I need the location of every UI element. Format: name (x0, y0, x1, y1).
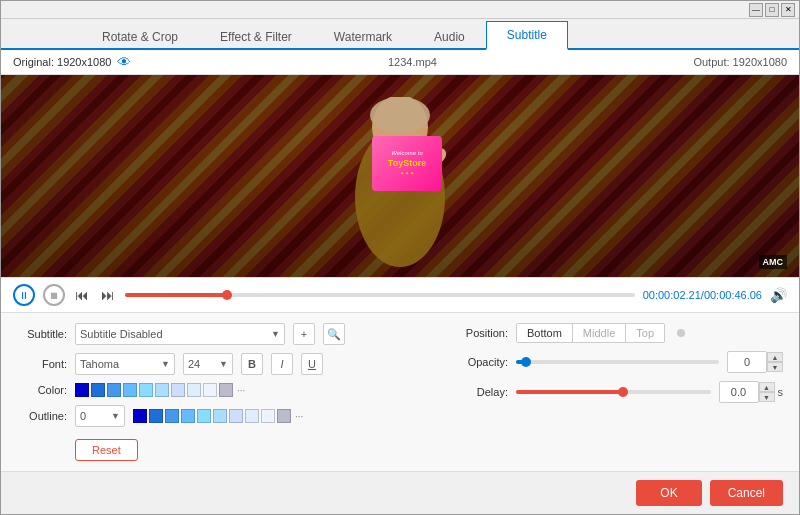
outline-swatch-3[interactable] (165, 409, 179, 423)
original-info: Original: 1920x1080 👁 (13, 54, 131, 70)
subtitle-dropdown[interactable]: Subtitle Disabled ▼ (75, 323, 285, 345)
color-swatch-8[interactable] (187, 383, 201, 397)
fontsize-dropdown[interactable]: 24 ▼ (183, 353, 233, 375)
outline-more-button[interactable]: ··· (295, 411, 303, 422)
delay-fill (516, 390, 623, 394)
pos-bottom-button[interactable]: Bottom (517, 324, 573, 342)
close-button[interactable]: ✕ (781, 3, 795, 17)
tab-bar: Rotate & Crop Effect & Filter Watermark … (1, 19, 799, 50)
color-swatch-2[interactable] (91, 383, 105, 397)
font-dropdown-arrow: ▼ (161, 359, 170, 369)
font-dropdown[interactable]: Tahoma ▼ (75, 353, 175, 375)
color-swatch-6[interactable] (155, 383, 169, 397)
outline-swatch-7[interactable] (229, 409, 243, 423)
outline-swatch-9[interactable] (261, 409, 275, 423)
opacity-up-button[interactable]: ▲ (767, 352, 783, 362)
position-indicator (677, 329, 685, 337)
font-label: Font: (17, 358, 67, 370)
ok-button[interactable]: OK (636, 480, 701, 506)
original-resolution: Original: 1920x1080 (13, 56, 111, 68)
color-row: Color: ··· (17, 383, 413, 397)
add-subtitle-button[interactable]: + (293, 323, 315, 345)
tab-watermark[interactable]: Watermark (313, 23, 413, 50)
outline-swatch-8[interactable] (245, 409, 259, 423)
color-swatch-4[interactable] (123, 383, 137, 397)
stop-button[interactable]: ⏹ (43, 284, 65, 306)
subtitle-label: Subtitle: (17, 328, 67, 340)
position-group: Bottom Middle Top (516, 323, 665, 343)
volume-icon[interactable]: 🔊 (770, 287, 787, 303)
next-button[interactable]: ⏭ (99, 285, 117, 305)
color-swatch-5[interactable] (139, 383, 153, 397)
opacity-down-button[interactable]: ▼ (767, 362, 783, 372)
outline-swatch-10[interactable] (277, 409, 291, 423)
color-more-button[interactable]: ··· (237, 385, 245, 396)
color-swatch-10[interactable] (219, 383, 233, 397)
tab-subtitle[interactable]: Subtitle (486, 21, 568, 50)
pause-button[interactable]: ⏸ (13, 284, 35, 306)
cancel-button[interactable]: Cancel (710, 480, 783, 506)
progress-thumb (222, 290, 232, 300)
outline-dropdown[interactable]: 0 ▼ (75, 405, 125, 427)
outline-value: 0 (80, 410, 86, 422)
opacity-thumb (521, 357, 531, 367)
delay-input[interactable] (719, 381, 759, 403)
outline-swatch-6[interactable] (213, 409, 227, 423)
position-row: Position: Bottom Middle Top (453, 323, 783, 343)
italic-button[interactable]: I (271, 353, 293, 375)
output-resolution: Output: 1920x1080 (693, 56, 787, 68)
filename-label: 1234.mp4 (131, 56, 693, 68)
underline-button[interactable]: U (301, 353, 323, 375)
delay-slider[interactable] (516, 390, 711, 394)
prev-button[interactable]: ⏮ (73, 285, 91, 305)
color-label: Color: (17, 384, 67, 396)
welcome-text: Welcome to (391, 150, 423, 156)
video-area: Welcome to ToyStore ✦ ✦ ✦ AMC (1, 75, 799, 277)
info-bar: Original: 1920x1080 👁 1234.mp4 Output: 1… (1, 50, 799, 75)
time-display: 00:00:02.21/00:00:46.06 (643, 289, 762, 301)
eye-icon[interactable]: 👁 (117, 54, 131, 70)
position-label: Position: (453, 327, 508, 339)
color-swatch-7[interactable] (171, 383, 185, 397)
amc-badge: AMC (759, 255, 788, 269)
bold-button[interactable]: B (241, 353, 263, 375)
search-subtitle-button[interactable]: 🔍 (323, 323, 345, 345)
subtitle-row: Subtitle: Subtitle Disabled ▼ + 🔍 (17, 323, 413, 345)
progress-bar[interactable] (125, 293, 635, 297)
pos-middle-button[interactable]: Middle (573, 324, 626, 342)
color-swatches: ··· (75, 383, 245, 397)
tab-effect[interactable]: Effect & Filter (199, 23, 313, 50)
delay-down-button[interactable]: ▼ (759, 392, 775, 402)
settings-left: Subtitle: Subtitle Disabled ▼ + 🔍 Font: … (17, 323, 413, 461)
opacity-label: Opacity: (453, 356, 508, 368)
opacity-slider[interactable] (516, 360, 719, 364)
settings-area: Subtitle: Subtitle Disabled ▼ + 🔍 Font: … (1, 313, 799, 471)
reset-button[interactable]: Reset (75, 439, 138, 461)
settings-right: Position: Bottom Middle Top Opacity: (453, 323, 783, 461)
tab-audio[interactable]: Audio (413, 23, 486, 50)
font-value: Tahoma (80, 358, 119, 370)
outline-swatch-2[interactable] (149, 409, 163, 423)
delay-unit: s (778, 386, 784, 398)
fontsize-value: 24 (188, 358, 200, 370)
color-swatch-9[interactable] (203, 383, 217, 397)
outline-swatch-5[interactable] (197, 409, 211, 423)
opacity-input[interactable] (727, 351, 767, 373)
delay-up-button[interactable]: ▲ (759, 382, 775, 392)
progress-fill (125, 293, 227, 297)
delay-input-group: ▲ ▼ s (719, 381, 784, 403)
minimize-button[interactable]: — (749, 3, 763, 17)
outline-swatch-1[interactable] (133, 409, 147, 423)
opacity-row: Opacity: ▲ ▼ (453, 351, 783, 373)
tab-rotate[interactable]: Rotate & Crop (81, 23, 199, 50)
outline-color-swatches: ··· (133, 409, 303, 423)
maximize-button[interactable]: □ (765, 3, 779, 17)
color-swatch-3[interactable] (107, 383, 121, 397)
svg-point-2 (370, 97, 430, 133)
outline-label: Outline: (17, 410, 67, 422)
pos-top-button[interactable]: Top (626, 324, 664, 342)
color-swatch-1[interactable] (75, 383, 89, 397)
outline-swatch-4[interactable] (181, 409, 195, 423)
bottom-bar: OK Cancel (1, 471, 799, 514)
main-window: — □ ✕ Rotate & Crop Effect & Filter Wate… (0, 0, 800, 515)
